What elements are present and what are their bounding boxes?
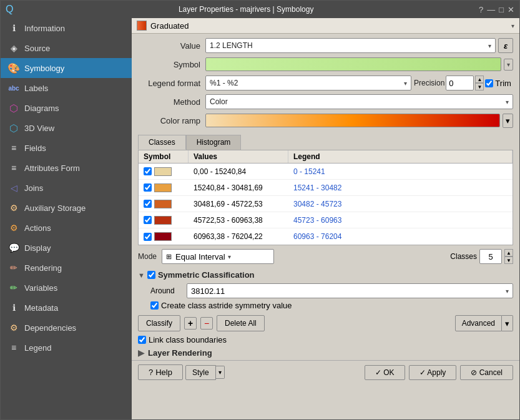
qgis-logo-icon: Q [6,4,13,15]
around-combo[interactable]: 38102.11 ▾ [187,283,513,298]
attributes-form-icon: ≡ [8,162,19,173]
row-values-cell: 0,00 - 15240,84 [189,166,288,177]
row-checkbox[interactable] [144,183,152,192]
sidebar-item-dependencies[interactable]: ⚙ Dependencies [1,318,132,338]
row-swatch[interactable] [154,183,172,192]
classes-up[interactable]: ▲ [504,249,513,256]
epsilon-button[interactable]: ε [498,38,513,53]
help-icon: ? [149,368,153,377]
color-ramp-bar[interactable] [205,114,500,127]
around-label: Around [150,286,182,295]
sidebar-item-actions[interactable]: ⚙ Actions [1,218,132,238]
sym-expand-arrow[interactable]: ▼ [138,271,145,279]
row-swatch[interactable] [154,216,172,225]
row-checkbox[interactable] [144,167,152,175]
help-button[interactable]: ? Help [138,364,183,380]
method-combo[interactable]: Color ▾ [205,94,513,109]
row-swatch[interactable] [154,200,172,208]
classify-button[interactable]: Classify [138,315,180,331]
row-symbol-cell [139,182,189,193]
table-row: 45722,53 - 60963,38 45723 - 60963 [139,212,513,228]
sidebar-item-auxiliary-storage[interactable]: ⚙ Auxiliary Storage [1,198,132,218]
link-class-label: Link class boundaries [149,335,227,344]
add-class-button[interactable]: + [184,317,197,330]
help-label: Help [155,368,172,377]
row-checkbox[interactable] [144,216,152,224]
method-label: Method [138,97,200,107]
sidebar-item-label: Fields [24,144,46,153]
mode-combo[interactable]: ⊞ Equal Interval ▾ [162,249,274,264]
style-main-btn[interactable]: Style [185,365,216,380]
sidebar-item-legend[interactable]: ≡ Legend [1,338,132,358]
sidebar-item-source[interactable]: ◈ Source [1,38,132,58]
sidebar-item-display[interactable]: 💬 Display [1,238,132,258]
color-ramp-dropdown-arrow[interactable]: ▾ [503,114,513,128]
precision-down-arrow[interactable]: ▼ [475,83,484,90]
advanced-main-btn[interactable]: Advanced [455,315,502,331]
precision-box: Precision 0 ▲ ▼ Trim [414,76,511,90]
method-value: Color [210,97,228,106]
sidebar-item-label: Attributes Form [24,164,80,173]
ok-button[interactable]: ✓ OK [365,365,405,380]
graduated-dropdown-arrow[interactable]: ▾ [511,22,514,29]
row-checkbox[interactable] [144,233,152,241]
classes-table: Symbol Values Legend 0,00 - 15240,84 0 -… [138,150,513,245]
precision-spinner: ▲ ▼ [475,76,484,90]
sidebar-item-diagrams[interactable]: ⬡ Diagrams [1,98,132,118]
sidebar-item-label: Symbology [24,64,64,73]
classes-down[interactable]: ▼ [504,256,513,264]
trim-checkbox[interactable] [485,79,493,87]
remove-class-button[interactable]: − [200,317,213,330]
sidebar-item-attributes-form[interactable]: ≡ Attributes Form [1,158,132,178]
sidebar-item-3dview[interactable]: ⬡ 3D View [1,118,132,138]
tabs-area: Classes Histogram [132,132,519,150]
legend-format-combo[interactable]: %1 - %2 ▾ [205,76,411,90]
sidebar-item-label: Rendering [24,263,62,273]
information-icon: ℹ [8,22,19,34]
layer-rendering-section[interactable]: ▶ Layer Rendering [132,346,519,360]
help-icon[interactable]: ? [479,5,483,14]
bottom-controls: Mode ⊞ Equal Interval ▾ Classes 5 ▲ [132,245,519,268]
classes-input[interactable]: 5 [479,249,502,264]
sidebar-item-information[interactable]: ℹ Information [1,18,132,38]
sidebar-item-labels[interactable]: abc Labels [1,78,132,98]
sidebar-item-variables[interactable]: ✏ Variables [1,278,132,298]
row-swatch[interactable] [154,167,172,176]
sidebar-item-joins[interactable]: ◁ Joins [1,178,132,198]
advanced-dropdown-arrow[interactable]: ▾ [502,315,513,331]
sym-class-checkbox[interactable] [147,271,155,279]
mode-row: Mode ⊞ Equal Interval ▾ Classes 5 ▲ [138,249,513,264]
close-icon[interactable]: ✕ [508,5,514,14]
delete-all-button[interactable]: Delete All [217,315,265,331]
value-form-control: 1.2 LENGTH ▾ ε [205,38,513,53]
cancel-button[interactable]: ⊘ Cancel [460,365,513,380]
sidebar-item-metadata[interactable]: ℹ Metadata [1,298,132,318]
precision-input[interactable]: 0 [446,76,474,90]
th-legend: Legend [288,150,513,163]
tab-classes[interactable]: Classes [138,135,186,150]
row-swatch[interactable] [154,232,172,241]
layer-rendering-arrow: ▶ [138,348,144,358]
link-class-checkbox[interactable] [138,336,146,344]
symbol-bar[interactable] [205,57,501,71]
mode-grid-icon: ⊞ [166,253,172,261]
minimize-icon[interactable]: — [487,5,495,14]
symbol-label: Symbol [138,60,200,69]
create-class-checkbox[interactable] [150,301,159,310]
sidebar-item-symbology[interactable]: 🎨 Symbology [1,58,132,78]
classes-row: Classes 5 ▲ ▼ [450,249,513,264]
graduated-bar: Graduated ▾ [132,18,519,34]
sidebar-item-fields[interactable]: ≡ Fields [1,138,132,158]
sidebar-item-rendering[interactable]: ✏ Rendering [1,258,132,278]
style-dropdown-arrow[interactable]: ▾ [216,366,225,379]
apply-button[interactable]: ✓ Apply [409,365,457,380]
value-combo[interactable]: 1.2 LENGTH ▾ [205,38,496,53]
tab-histogram[interactable]: Histogram [186,135,242,150]
legend-format-label: Legend format [138,79,200,88]
fields-icon: ≡ [8,142,19,154]
maximize-icon[interactable]: □ [499,5,504,14]
row-checkbox[interactable] [144,200,152,208]
row-values-cell: 15240,84 - 30481,69 [189,182,288,193]
precision-up-arrow[interactable]: ▲ [475,76,484,83]
symbol-dropdown-arrow[interactable]: ▾ [504,59,513,71]
